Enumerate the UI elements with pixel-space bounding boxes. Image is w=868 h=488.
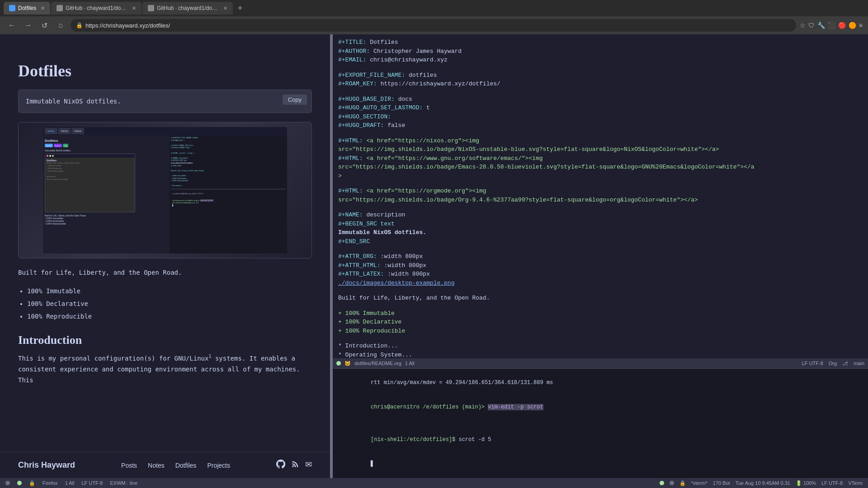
- forward-button[interactable]: →: [22, 19, 34, 32]
- mini-page-title: Dotfiles: [45, 139, 168, 143]
- extension-icon-5[interactable]: 🟠: [849, 22, 856, 29]
- term-cursor: ▋: [371, 461, 374, 467]
- mini-left: Dotfiles NixOS Emacs Org Immutable NixOS…: [43, 135, 170, 253]
- bottom-indicator-gray-2: [670, 481, 674, 485]
- tab-title-dotfiles: Dotfiles: [18, 5, 36, 11]
- back-button[interactable]: ←: [5, 19, 18, 32]
- footer-navigation: Posts Notes Dotfiles Projects: [121, 462, 230, 469]
- bottom-status-bar: 🔒 Firefox 1 All LF UTF-8 EXWM : line 🔒 *…: [0, 478, 868, 488]
- tab-close-github1[interactable]: ✕: [132, 5, 136, 11]
- tab-github-1[interactable]: GitHub · chayward1/doti... ✕: [51, 2, 142, 14]
- browser-chrome: Dotfiles ✕ GitHub · chayward1/doti... ✕ …: [0, 0, 868, 34]
- org-line-attr-latex: #+ATTR_LATEX: :width 800px: [338, 270, 863, 279]
- navigation-bar: ← → ↺ ⌂ 🔒 https://chrishayward.xyz/dotfi…: [0, 16, 868, 34]
- email-icon[interactable]: ✉: [305, 460, 312, 471]
- editor-mode: Org: [829, 361, 837, 366]
- page-title: Dotfiles: [18, 61, 312, 80]
- org-line-html1: #+HTML: <a href="https://nixos.org"><img…: [338, 136, 863, 154]
- url-text: https://chrishayward.xyz/dotfiles/: [85, 22, 170, 29]
- term-cmd-2: scrot -d 5: [458, 436, 491, 443]
- bottom-vterm-app: VTerm: [848, 480, 863, 486]
- webpage-footer: Chris Hayward Posts Notes Dotfiles Proje…: [0, 452, 330, 478]
- tab-close-dotfiles[interactable]: ✕: [41, 5, 45, 11]
- description-box: Immutable NixOS dotfiles. Copy: [18, 89, 312, 113]
- org-line-roam: #+ROAM_KEY: https://chrishayward.xyz/dot…: [338, 80, 863, 89]
- copy-button[interactable]: Copy: [283, 94, 307, 105]
- footer-nav-posts[interactable]: Posts: [121, 462, 137, 469]
- blank-6: [338, 246, 863, 252]
- bookmark-icon[interactable]: ☆: [800, 22, 806, 29]
- bottom-lock-icon: 🔒: [29, 480, 35, 486]
- tab-title-github1: GitHub · chayward1/doti...: [66, 5, 127, 11]
- footer-nav-dotfiles[interactable]: Dotfiles: [175, 462, 197, 469]
- bottom-vterm-name: *vterm*: [691, 480, 708, 486]
- editor-encoding: LF UTF-8: [802, 361, 823, 366]
- editor-content[interactable]: #+TITLE: Dotfiles #+AUTHOR: Christopher …: [333, 34, 868, 358]
- mini-content: Dotfiles NixOS Emacs Org Immutable NixOS…: [43, 135, 287, 253]
- bullet-list: 100% Immutable 100% Declarative 100% Rep…: [27, 285, 312, 323]
- bottom-mode: EXWM : line: [110, 480, 137, 486]
- bottom-status-right: 🔒 *vterm* 170 Bot Tue Aug 10 9:45AM 0.31…: [660, 480, 863, 486]
- mini-sub-body: Built for Life, Liberty, and the Open Ro…: [47, 162, 133, 181]
- org-line-plus-2: + 100% Declarative: [338, 318, 863, 327]
- svg-point-0: [292, 465, 294, 467]
- mini-badge-1: NixOS: [45, 144, 53, 147]
- bottom-indicator-green-2: [660, 481, 664, 485]
- extension-icon-4[interactable]: 🔴: [838, 22, 846, 29]
- main-content: Dotfiles Immutable NixOS dotfiles. Copy …: [0, 34, 868, 478]
- bottom-browser-name: Firefox: [42, 480, 58, 486]
- menu-icon[interactable]: ≡: [859, 22, 863, 29]
- footer-nav-projects[interactable]: Projects: [207, 462, 230, 469]
- tab-close-github2[interactable]: ✕: [223, 5, 227, 11]
- org-line-hugo-draft: #+HUGO_DRAFT: false: [338, 121, 863, 130]
- mini-right-content: #+EXPORT_FILE_NAME: dotfiles#+ROAM_KEY: …: [171, 136, 286, 187]
- org-line-hugo-dir: #+HUGO_BASE_DIR: docs: [338, 95, 863, 104]
- home-button[interactable]: ⌂: [54, 19, 67, 32]
- mini-status: ● dotfiles/README.org 1 All LF UTF-8: [171, 189, 286, 198]
- terminal-section: rtt min/avg/max/mdev = 49.294/186.651/36…: [333, 368, 868, 478]
- term-cursor-line: ▋: [338, 452, 863, 476]
- editor-branch: main: [854, 361, 864, 366]
- tab-title-github2: GitHub · chayward1/doti...: [157, 5, 219, 11]
- status-left: 🐱 dotfiles/README.org 1 All: [336, 361, 415, 366]
- address-bar[interactable]: 🔒 https://chrishayward.xyz/dotfiles/: [71, 19, 796, 32]
- intro-paragraph: This is my personal configuration(s) for…: [18, 352, 312, 385]
- org-line-attr-org: #+ATTR_ORG: :width 800px: [338, 252, 863, 261]
- mini-sub-close: [47, 155, 48, 157]
- rss-icon[interactable]: [291, 460, 300, 471]
- term-prompt-1: chris@acernitro /e/dotfiles (main)>: [371, 404, 488, 410]
- blank-3: [338, 130, 863, 136]
- status-right: LF UTF-8 Org ⎇ main: [802, 361, 864, 366]
- terminal-content[interactable]: rtt min/avg/max/mdev = 49.294/186.651/36…: [333, 369, 868, 478]
- footer-name: Chris Hayward: [18, 460, 75, 470]
- blank-2: [338, 89, 863, 95]
- org-line-html3: #+HTML: <a href="https://orgmode.org"><i…: [338, 187, 863, 204]
- bottom-datetime: Tue Aug 10 9:45AM 0.31: [736, 480, 790, 486]
- tab-github-2[interactable]: GitHub · chayward1/doti... ✕: [142, 2, 233, 14]
- mini-tab-1: dotfiles: [45, 128, 57, 134]
- blank-1: [338, 65, 863, 71]
- org-line-image-link[interactable]: ./docs/images/desktop-example.png: [338, 279, 863, 288]
- editor-file-path: dotfiles/README.org: [354, 361, 401, 366]
- org-line-attr-html: #+ATTR_HTML: :width 800px: [338, 261, 863, 270]
- new-tab-button[interactable]: +: [234, 2, 246, 14]
- org-line-export: #+EXPORT_FILE_NAME: dotfiles: [338, 71, 863, 80]
- refresh-button[interactable]: ↺: [38, 19, 51, 32]
- footer-nav-notes[interactable]: Notes: [148, 462, 165, 469]
- bottom-indicator-gray-1: [5, 481, 10, 485]
- org-line-hugo-section: #+HUGO_SECTION:: [338, 113, 863, 122]
- extension-icon-3[interactable]: ⬛: [828, 22, 835, 29]
- blank-4: [338, 180, 863, 187]
- tab-dotfiles[interactable]: Dotfiles ✕: [4, 2, 50, 14]
- github-icon[interactable]: [276, 460, 285, 471]
- extension-icon-2[interactable]: 🔧: [817, 22, 825, 29]
- extension-icon-1[interactable]: 🛡: [808, 22, 815, 29]
- screenshot-image: dotfiles GitHub GitHub Dotfiles NixOS Em…: [19, 122, 311, 258]
- bullet-item-2: 100% Declarative: [27, 297, 312, 310]
- org-line-src-content: Immutable NixOS dotfiles.: [338, 228, 863, 237]
- bullet-item-1: 100% Immutable: [27, 285, 312, 297]
- bottom-vterm-lock: 🔒: [679, 480, 686, 486]
- tab-favicon-github1: [57, 5, 63, 11]
- bottom-encoding: LF UTF-8: [81, 480, 103, 486]
- org-line-body-text: Built for Life, Liberty, and the Open Ro…: [338, 294, 863, 303]
